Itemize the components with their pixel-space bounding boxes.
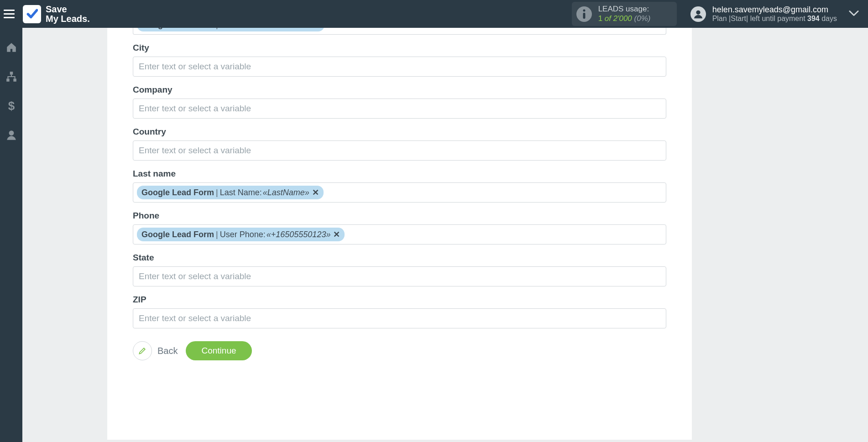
pencil-icon — [133, 341, 152, 360]
leads-pct: (0%) — [634, 14, 651, 23]
svg-rect-3 — [10, 72, 13, 75]
app-logo-line1: Save — [46, 5, 90, 14]
form-actions: Back Continue — [133, 341, 666, 379]
country-input[interactable] — [133, 140, 666, 161]
chip-remove-icon[interactable]: ✕ — [313, 28, 320, 30]
city-label: City — [133, 43, 666, 53]
svg-text:$: $ — [8, 100, 15, 112]
leads-usage-label: LEADS usage: — [598, 5, 651, 14]
leads-usage-box: LEADS usage: 1 of 2'000 (0%) — [572, 2, 677, 26]
sidebar-connections-icon[interactable] — [5, 71, 17, 84]
svg-point-0 — [583, 9, 585, 11]
sidebar-home-icon[interactable] — [5, 42, 17, 55]
svg-rect-5 — [13, 78, 16, 82]
menu-toggle-button[interactable] — [4, 7, 17, 21]
svg-point-2 — [696, 10, 700, 14]
user-email: helen.savemyleads@gmail.com — [712, 5, 837, 15]
phone-variable-chip[interactable]: Google Lead Form | User Phone: «+1650555… — [137, 228, 345, 241]
user-info: helen.savemyleads@gmail.com Plan |Start|… — [712, 5, 837, 23]
app-logo-icon — [23, 5, 41, 23]
zip-label: ZIP — [133, 295, 666, 305]
company-input[interactable] — [133, 99, 666, 119]
user-plan-line: Plan |Start| left until payment 394 days — [712, 15, 837, 23]
info-icon — [576, 6, 592, 22]
phone-input[interactable]: Google Lead Form | User Phone: «+1650555… — [133, 224, 666, 244]
app-logo-line2: My Leads. — [46, 14, 90, 24]
phone-label: Phone — [133, 211, 666, 221]
chip-remove-icon[interactable]: ✕ — [312, 187, 319, 198]
user-menu-toggle[interactable] — [837, 10, 859, 18]
city-input[interactable] — [133, 57, 666, 77]
chip-remove-icon[interactable]: ✕ — [333, 229, 340, 239]
company-label: Company — [133, 85, 666, 95]
svg-rect-1 — [583, 13, 585, 19]
leads-usage-text: LEADS usage: 1 of 2'000 (0%) — [598, 5, 651, 23]
form-panel: Google Lead Form | First Name: «FirstNam… — [107, 28, 692, 440]
lastname-input[interactable]: Google Lead Form | Last Name: «LastName»… — [133, 182, 666, 203]
leads-of: of 2'000 — [605, 14, 632, 23]
app-logo-text: Save My Leads. — [46, 5, 90, 24]
sidebar-billing-icon[interactable]: $ — [5, 100, 17, 114]
leads-count: 1 — [598, 14, 602, 23]
svg-rect-4 — [6, 78, 10, 82]
zip-input[interactable] — [133, 308, 666, 328]
back-button[interactable]: Back — [133, 341, 178, 360]
app-header: Save My Leads. LEADS usage: 1 of 2'000 (… — [0, 0, 868, 28]
country-label: Country — [133, 127, 666, 137]
continue-button[interactable]: Continue — [186, 341, 251, 360]
main-content: Google Lead Form | First Name: «FirstNam… — [22, 28, 868, 442]
sidebar-account-icon[interactable] — [5, 129, 17, 143]
svg-point-7 — [9, 130, 14, 135]
firstname-field[interactable]: Google Lead Form | First Name: «FirstNam… — [133, 28, 666, 35]
lastname-variable-chip[interactable]: Google Lead Form | Last Name: «LastName»… — [137, 186, 324, 199]
user-avatar-icon[interactable] — [690, 6, 706, 22]
firstname-variable-chip[interactable]: Google Lead Form | First Name: «FirstNam… — [137, 28, 324, 31]
state-input[interactable] — [133, 266, 666, 286]
lastname-label: Last name — [133, 169, 666, 179]
state-label: State — [133, 253, 666, 263]
sidebar: $ — [0, 28, 22, 442]
